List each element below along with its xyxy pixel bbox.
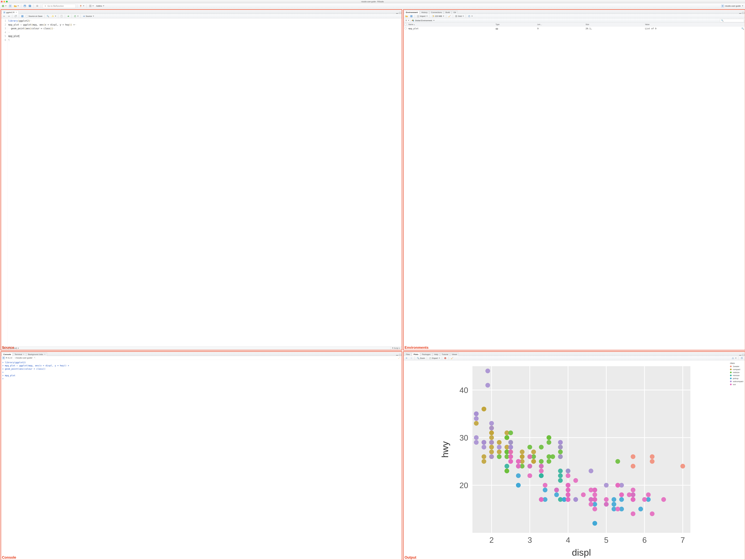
vcs-button[interactable] <box>79 4 85 8</box>
save-workspace-button[interactable] <box>409 14 414 18</box>
language-scope-selector[interactable]: R <box>404 19 410 22</box>
project-menu[interactable]: R rstudio-user-guide <box>720 4 744 8</box>
minimize-pane-icon[interactable] <box>739 13 741 14</box>
filetype-selector[interactable]: R Script▲▼ <box>391 347 402 350</box>
find-button[interactable]: 🔍 <box>46 14 50 18</box>
plot-next-button[interactable] <box>409 356 414 360</box>
svg-point-237 <box>566 473 571 478</box>
code-tools-button[interactable]: ✨ <box>51 14 57 18</box>
source-tabbar: R ggplot2.R ✕ <box>1 10 402 14</box>
view-mode-grid[interactable]: Grid <box>454 14 465 18</box>
remove-plot-button[interactable] <box>443 356 447 360</box>
svg-point-120 <box>558 473 563 478</box>
tab-history[interactable]: History <box>420 10 429 14</box>
export-plot-button[interactable]: Export <box>428 356 441 360</box>
forward-button[interactable]: ⇨ <box>7 14 11 18</box>
tab-tutorial[interactable]: Tutorial <box>440 353 450 356</box>
goto-file-function-input[interactable]: Go to file/function <box>42 4 75 8</box>
new-file-button[interactable] <box>1 4 7 8</box>
print-button[interactable] <box>35 4 39 8</box>
addins-menu[interactable]: Addins <box>95 4 105 8</box>
source-script-button[interactable]: Source <box>82 14 95 18</box>
compile-report-button[interactable] <box>60 14 64 18</box>
tab-terminal[interactable]: Terminal✕ <box>13 353 26 356</box>
svg-point-68 <box>482 406 486 411</box>
chevron-down-icon <box>5 5 6 6</box>
tab-environment[interactable]: Environment <box>404 10 419 14</box>
source-editor[interactable]: 123456 library(ggplot2)¬ mpg_plot·←·ggpl… <box>1 19 402 347</box>
source-on-save-toggle[interactable]: Source on Save <box>25 14 43 18</box>
maximize-pane-icon[interactable] <box>399 12 401 14</box>
clear-workspace-button[interactable]: 🧹 <box>447 14 452 18</box>
svg-point-167 <box>489 454 494 459</box>
minimize-pane-icon[interactable] <box>396 355 398 356</box>
import-icon <box>417 15 420 18</box>
memory-usage[interactable]: 220 MiB <box>431 14 445 18</box>
import-dataset-button[interactable]: Import <box>416 14 428 18</box>
console-output[interactable]: > library(ggplot2) > mpg_plot ← ggplot(m… <box>1 360 402 560</box>
maximize-pane-icon[interactable] <box>742 354 744 356</box>
refresh-env-button[interactable] <box>467 14 474 18</box>
broom-icon: 🧹 <box>451 357 453 359</box>
run-button[interactable] <box>66 14 70 18</box>
env-search-input[interactable]: 🔍 <box>720 19 744 22</box>
svg-point-152 <box>516 473 521 478</box>
svg-point-81 <box>497 440 501 444</box>
panes-button[interactable] <box>88 4 94 8</box>
minimize-pane-icon[interactable] <box>739 355 741 356</box>
show-in-new-window-button[interactable] <box>13 14 18 18</box>
source-tab-ggplot2[interactable]: R ggplot2.R ✕ <box>2 10 19 14</box>
svg-point-229 <box>627 492 631 497</box>
tab-plots[interactable]: Plots <box>412 353 420 356</box>
tab-files[interactable]: Files <box>404 353 412 356</box>
window-maximize-button[interactable] <box>6 1 8 2</box>
save-source-button[interactable] <box>20 14 25 18</box>
publish-plot-button[interactable] <box>731 356 737 360</box>
col-size[interactable]: Size <box>585 23 644 26</box>
open-file-button[interactable] <box>13 4 20 8</box>
main-toolbar: R Go to file/function Addins R rstudio-u… <box>0 3 745 9</box>
tab-console[interactable]: Console <box>2 353 12 356</box>
tab-build[interactable]: Build <box>444 10 451 14</box>
row-checkbox[interactable] <box>404 27 407 29</box>
plot-prev-button[interactable] <box>404 356 409 360</box>
tab-packages[interactable]: Packages <box>420 353 432 356</box>
scope-selector[interactable]: (Top Level)▲▼ <box>7 347 391 350</box>
close-tab-icon[interactable]: ✕ <box>15 11 17 13</box>
new-project-button[interactable]: R <box>8 4 12 8</box>
broom-icon[interactable]: 🧹 <box>398 357 400 359</box>
tab-viewer[interactable]: Viewe <box>450 353 459 356</box>
minimize-pane-icon[interactable] <box>396 13 398 14</box>
load-workspace-button[interactable] <box>404 14 409 18</box>
clear-all-plots-button[interactable]: 🧹 <box>450 356 454 360</box>
col-name[interactable]: Name▲ <box>408 23 494 26</box>
close-tab-icon[interactable]: ✕ <box>23 354 24 355</box>
save-all-button[interactable] <box>28 4 32 8</box>
code-area[interactable]: library(ggplot2)¬ mpg_plot·←·ggplot(mpg,… <box>7 19 402 347</box>
save-button[interactable] <box>23 4 27 8</box>
close-tab-icon[interactable]: ✕ <box>44 354 45 355</box>
col-value[interactable]: Value <box>644 23 741 26</box>
col-length[interactable]: Len… <box>536 23 585 26</box>
tab-background-jobs[interactable]: Background Jobs✕ <box>26 353 47 356</box>
tab-connections[interactable]: Connections <box>429 10 444 14</box>
rerun-button[interactable] <box>73 14 79 18</box>
popout-icon[interactable]: ⇱ <box>33 357 36 359</box>
inspect-icon[interactable]: 🔍 <box>741 27 744 30</box>
maximize-pane-icon[interactable] <box>742 12 744 14</box>
svg-point-170 <box>485 383 490 388</box>
env-row-mpg-plot[interactable]: mpg_plot gg 9 29.1… List of 9 🔍 <box>403 26 745 31</box>
select-all-checkbox[interactable] <box>404 23 407 25</box>
environment-scope-selector[interactable]: Global Environment <box>411 19 435 23</box>
tab-help[interactable]: Help <box>432 353 440 356</box>
window-close-button[interactable] <box>1 1 3 2</box>
zoom-plot-button[interactable]: 🔍Zoom <box>416 356 426 360</box>
back-button[interactable]: ⇦ <box>2 14 6 18</box>
magnifier-plus-icon: 🔍 <box>417 357 420 359</box>
window-minimize-button[interactable] <box>3 1 5 2</box>
working-directory[interactable]: ~/rstudio-user-guide/ <box>14 357 33 359</box>
tab-git[interactable]: Git <box>452 10 458 14</box>
col-type[interactable]: Type <box>495 23 537 26</box>
refresh-plot-button[interactable] <box>740 356 744 360</box>
maximize-pane-icon[interactable] <box>399 354 401 356</box>
